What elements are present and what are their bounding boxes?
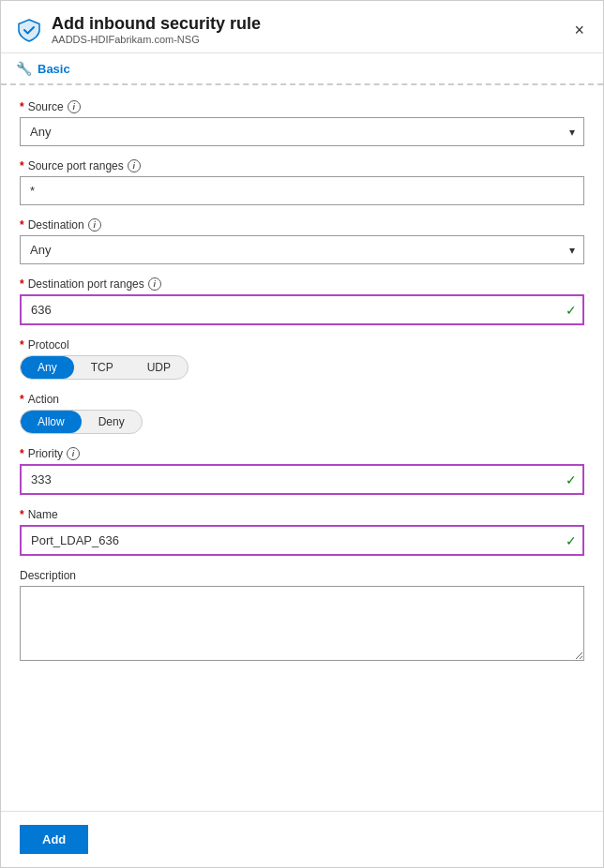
- add-button[interactable]: Add: [20, 825, 88, 854]
- destination-select[interactable]: Any IP Addresses Service Tag Application…: [20, 235, 584, 264]
- priority-field: * Priority i ✓: [20, 447, 584, 495]
- add-inbound-rule-dialog: Add inbound security rule AADDS-HDIFabri…: [0, 0, 604, 868]
- dialog-header: Add inbound security rule AADDS-HDIFabri…: [1, 1, 603, 53]
- protocol-udp-button[interactable]: UDP: [130, 356, 188, 379]
- action-field: * Action Allow Deny: [20, 393, 584, 434]
- destination-label: * Destination i: [20, 218, 584, 232]
- destination-field: * Destination i Any IP Addresses Service…: [20, 218, 584, 264]
- priority-label: * Priority i: [20, 447, 584, 460]
- name-input[interactable]: [20, 525, 584, 556]
- section-tab-label: Basic: [38, 62, 70, 76]
- source-select[interactable]: Any IP Addresses Service Tag Application…: [20, 117, 584, 146]
- description-label: Description: [20, 569, 584, 582]
- source-label: * Source i: [20, 100, 584, 113]
- destination-port-ranges-label: * Destination port ranges i: [20, 277, 584, 291]
- name-field: * Name ✓: [20, 508, 584, 556]
- dialog-subtitle: AADDS-HDIFabrikam.com-NSG: [52, 34, 261, 45]
- priority-info-icon[interactable]: i: [67, 447, 80, 460]
- protocol-label: * Protocol: [20, 338, 584, 352]
- protocol-any-button[interactable]: Any: [21, 356, 74, 379]
- action-deny-button[interactable]: Deny: [82, 411, 142, 433]
- source-port-ranges-input[interactable]: [20, 176, 584, 205]
- wrench-icon: 🔧: [16, 61, 32, 76]
- source-port-info-icon[interactable]: i: [128, 159, 141, 172]
- source-info-icon[interactable]: i: [68, 100, 81, 113]
- priority-input[interactable]: [20, 464, 584, 495]
- action-toggle-group: Allow Deny: [20, 410, 143, 434]
- name-label: * Name: [20, 508, 584, 521]
- description-textarea[interactable]: [20, 586, 584, 661]
- dialog-body: * Source i Any IP Addresses Service Tag …: [1, 85, 603, 811]
- priority-check-icon: ✓: [566, 472, 577, 487]
- destination-port-check-icon: ✓: [566, 303, 577, 318]
- destination-port-info-icon[interactable]: i: [148, 277, 161, 291]
- protocol-toggle-group: Any TCP UDP: [20, 355, 189, 380]
- destination-info-icon[interactable]: i: [88, 218, 101, 232]
- protocol-field: * Protocol Any TCP UDP: [20, 338, 584, 380]
- source-port-ranges-label: * Source port ranges i: [20, 159, 584, 172]
- basic-tab[interactable]: 🔧 Basic: [1, 53, 603, 85]
- dialog-footer: Add: [1, 811, 603, 867]
- close-button[interactable]: ×: [570, 18, 588, 42]
- protocol-tcp-button[interactable]: TCP: [74, 356, 130, 379]
- source-port-ranges-field: * Source port ranges i: [20, 159, 584, 205]
- action-label: * Action: [20, 393, 584, 406]
- action-allow-button[interactable]: Allow: [21, 411, 82, 433]
- destination-port-ranges-field: * Destination port ranges i ✓: [20, 277, 584, 325]
- shield-icon: [16, 17, 42, 43]
- name-check-icon: ✓: [566, 533, 577, 548]
- dialog-title: Add inbound security rule: [52, 14, 261, 34]
- description-field: Description: [20, 569, 584, 661]
- destination-port-ranges-input[interactable]: [20, 294, 584, 325]
- source-field: * Source i Any IP Addresses Service Tag …: [20, 100, 584, 146]
